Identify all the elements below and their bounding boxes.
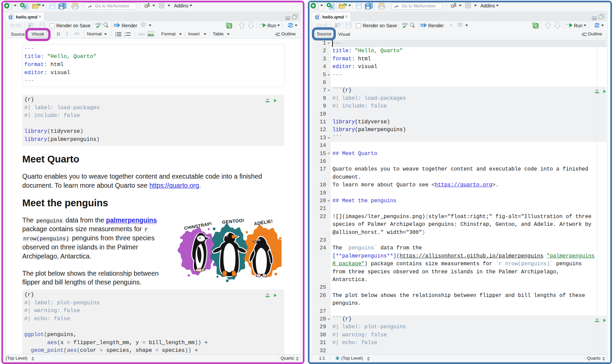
svg-text:R: R [24, 5, 27, 9]
svg-text:GENTOO!: GENTOO! [222, 218, 244, 225]
svg-text:1: 1 [124, 32, 125, 34]
svg-text:ADÉLIE!: ADÉLIE! [254, 218, 273, 226]
svg-text:ABC: ABC [402, 22, 409, 26]
svg-text:ABC: ABC [95, 22, 102, 26]
svg-text:R: R [330, 5, 333, 9]
svg-text:2: 2 [124, 35, 125, 37]
